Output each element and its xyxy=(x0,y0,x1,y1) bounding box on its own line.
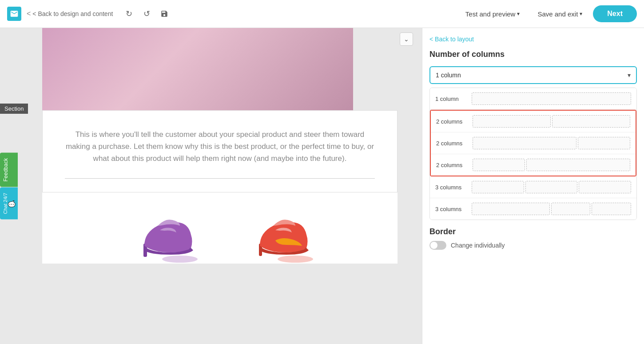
text-content-section: This is where you'll tell the customer a… xyxy=(42,110,398,192)
col-1-visual xyxy=(472,92,631,105)
col-option-2col-lb-label: 2 columns xyxy=(436,140,467,147)
dropdown-selected-label: 1 column xyxy=(436,72,461,79)
highlighted-options-group: 2 columns 2 columns 2 column xyxy=(430,110,636,176)
column-option-2col-rb[interactable]: 2 columns xyxy=(431,154,636,176)
redo-button[interactable]: ↺ xyxy=(139,7,154,21)
col-2-lb-visual xyxy=(473,137,630,149)
undo-button[interactable]: ↻ xyxy=(122,7,136,21)
col-box-3eq-2 xyxy=(525,181,578,193)
chat-tab[interactable]: Chat 24/7 💬 xyxy=(0,188,18,220)
right-panel: < Back to layout Number of columns 1 col… xyxy=(422,28,644,344)
col-box-2eq-2 xyxy=(552,115,630,128)
col-3-eq-visual xyxy=(472,181,631,193)
pink-banner-image xyxy=(42,28,353,110)
test-preview-button[interactable]: Test and preview ▾ xyxy=(458,7,527,21)
col-box-3lb-3 xyxy=(592,203,631,215)
column-option-3col-lb[interactable]: 3 columns xyxy=(430,198,636,220)
product-images-row xyxy=(42,192,398,264)
purple-shoe-image xyxy=(131,206,202,264)
col-box-2rb-1 xyxy=(473,159,525,171)
red-shoe-image xyxy=(246,206,318,264)
back-chevron-icon: < xyxy=(27,10,31,18)
col-box-2rb-2 xyxy=(526,159,630,171)
col-box-3eq-1 xyxy=(472,181,524,193)
save-exit-label: Save and exit xyxy=(537,10,578,18)
divider xyxy=(65,178,375,179)
column-count-dropdown[interactable]: 1 column ▾ xyxy=(429,66,637,84)
column-option-2col-lb[interactable]: 2 columns xyxy=(431,132,636,154)
product-description-text: This is where you'll tell the customer a… xyxy=(65,128,375,165)
logo-icon xyxy=(7,7,21,21)
col-box-1 xyxy=(472,92,631,105)
back-to-design-link[interactable]: < < Back to design and content xyxy=(27,10,113,18)
svg-point-0 xyxy=(162,256,198,263)
feedback-tab[interactable]: Feedback xyxy=(0,152,18,187)
nav-right: Test and preview ▾ Save and exit ▾ Next xyxy=(458,5,637,22)
test-preview-arrow-icon: ▾ xyxy=(517,11,520,17)
test-preview-label: Test and preview xyxy=(465,10,516,18)
chat-label: Chat 24/7 xyxy=(3,193,8,214)
col-box-2lb-1 xyxy=(473,137,576,149)
col-option-3col-eq-label: 3 columns xyxy=(435,184,466,191)
col-box-3eq-3 xyxy=(579,181,631,193)
next-button[interactable]: Next xyxy=(593,5,637,22)
side-tabs: Feedback Chat 24/7 💬 xyxy=(0,152,18,219)
column-option-1col[interactable]: 1 column xyxy=(430,88,636,110)
col-2-eq-visual xyxy=(473,115,630,128)
svg-point-2 xyxy=(278,256,313,263)
border-section: Border Change individually xyxy=(429,227,637,250)
canvas-area: Feedback Chat 24/7 💬 Section ⌄ This is w… xyxy=(0,28,422,344)
col-box-2eq-1 xyxy=(473,115,551,128)
change-individually-label: Change individually xyxy=(451,242,505,249)
top-navigation: < < Back to design and content ↻ ↺ Test … xyxy=(0,0,644,28)
border-toggle-row: Change individually xyxy=(429,241,637,250)
dropdown-caret-icon: ▾ xyxy=(628,72,631,79)
nav-left: < < Back to design and content ↻ ↺ xyxy=(7,7,171,21)
nav-icons-group: ↻ ↺ xyxy=(122,7,171,21)
panel-title: Number of columns xyxy=(429,50,637,59)
back-to-design-label: < Back to design and content xyxy=(32,10,113,17)
col-option-2col-eq-label: 2 columns xyxy=(436,118,467,125)
border-title: Border xyxy=(429,227,637,236)
col-option-1col-label: 1 column xyxy=(435,96,466,102)
col-box-3lb-1 xyxy=(472,203,550,215)
canvas-content: This is where you'll tell the customer a… xyxy=(0,28,422,344)
section-label: Section xyxy=(0,104,28,114)
back-to-layout-link[interactable]: < Back to layout xyxy=(429,36,474,43)
chat-bubble-icon: 💬 xyxy=(8,193,15,214)
scroll-down-button[interactable]: ⌄ xyxy=(400,32,413,46)
save-exit-button[interactable]: Save and exit ▾ xyxy=(530,7,589,21)
col-2-rb-visual xyxy=(473,159,630,171)
col-option-3col-lb-label: 3 columns xyxy=(435,206,466,212)
toggle-knob xyxy=(430,242,437,249)
col-option-2col-rb-label: 2 columns xyxy=(436,162,467,168)
col-3-lb-visual xyxy=(472,203,631,215)
column-option-3col-eq[interactable]: 3 columns xyxy=(430,176,636,198)
save-button[interactable] xyxy=(157,7,171,21)
change-individually-toggle[interactable] xyxy=(429,241,446,250)
col-box-3lb-2 xyxy=(551,203,591,215)
save-exit-arrow-icon: ▾ xyxy=(580,11,582,17)
col-box-2lb-2 xyxy=(578,137,630,149)
main-layout: Feedback Chat 24/7 💬 Section ⌄ This is w… xyxy=(0,28,644,344)
column-options-list: 1 column 2 columns 2 columns xyxy=(429,88,637,220)
column-option-2col-eq[interactable]: 2 columns xyxy=(431,111,636,132)
